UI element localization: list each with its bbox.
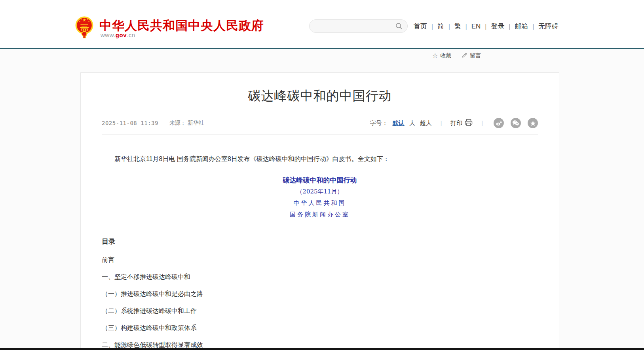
favorite-button[interactable]: ☆ 收藏 bbox=[432, 52, 451, 59]
toc-item-2: 二、能源绿色低碳转型取得显著成效 bbox=[102, 342, 538, 348]
toc-item-1-1: （一）推进碳达峰碳中和是必由之路 bbox=[102, 291, 538, 297]
document-date: （2025年11月） bbox=[102, 186, 538, 197]
meta-divider bbox=[102, 135, 538, 135]
search-box bbox=[309, 19, 408, 33]
toc-item-1: 一、坚定不移推进碳达峰碳中和 bbox=[102, 274, 538, 280]
document-org-line2: 国务院新闻办公室 bbox=[102, 209, 538, 220]
pencil-icon bbox=[462, 52, 467, 59]
nav-traditional[interactable]: 繁 bbox=[450, 22, 465, 31]
favorite-label: 收藏 bbox=[440, 52, 451, 59]
nav-login[interactable]: 登录 bbox=[486, 22, 509, 31]
nav-simplified[interactable]: 简 bbox=[433, 22, 448, 31]
source-label: 来源： bbox=[169, 119, 186, 126]
bottom-strip bbox=[0, 350, 644, 362]
star-icon: ☆ bbox=[432, 53, 438, 59]
wechat-icon[interactable] bbox=[511, 118, 521, 128]
site-url-prefix: www. bbox=[101, 32, 116, 38]
publish-date: 2025-11-08 11:39 bbox=[102, 120, 158, 126]
font-size-label: 字号： bbox=[370, 119, 388, 127]
toc-item-preface: 前言 bbox=[102, 257, 538, 263]
search-icon[interactable] bbox=[395, 22, 403, 30]
article-card: 碳达峰碳中和的中国行动 2025-11-08 11:39 来源： 新华社 字号：… bbox=[80, 72, 559, 348]
site-url-suffix: .cn bbox=[127, 32, 135, 38]
nav-accessibility[interactable]: 无障碍 bbox=[534, 22, 563, 31]
site-url-brand: gov bbox=[116, 32, 127, 38]
document-org-line1: 中华人民共和国 bbox=[102, 197, 538, 209]
national-emblem-icon bbox=[75, 15, 94, 39]
toolbar-separator: | bbox=[477, 120, 487, 126]
top-nav: 首页| 简| 繁| EN| 登录| 邮箱| 无障碍 bbox=[414, 22, 563, 31]
comment-label: 留言 bbox=[470, 52, 481, 59]
document-heading-block: 碳达峰碳中和的中国行动 （2025年11月） 中华人民共和国 国务院新闻办公室 bbox=[102, 174, 538, 220]
nav-mail[interactable]: 邮箱 bbox=[510, 22, 532, 31]
source-value: 新华社 bbox=[188, 119, 204, 126]
nav-home[interactable]: 首页 bbox=[414, 22, 431, 31]
bottom-edge-bar bbox=[0, 348, 644, 350]
toc-item-1-3: （三）构建碳达峰碳中和政策体系 bbox=[102, 325, 538, 331]
toolbar-separator: | bbox=[437, 120, 446, 126]
site-header: 中华人民共和国中央人民政府 www.gov.cn 首页| 简| 繁| EN| 登… bbox=[0, 0, 644, 49]
toc-heading: 目录 bbox=[102, 237, 538, 246]
lead-paragraph: 新华社北京11月8日电 国务院新闻办公室8日发布《碳达峰碳中和的中国行动》白皮书… bbox=[102, 154, 538, 164]
print-button[interactable]: 打印 bbox=[450, 119, 473, 127]
document-title: 碳达峰碳中和的中国行动 bbox=[102, 174, 538, 186]
comment-button[interactable]: 留言 bbox=[462, 52, 481, 59]
site-url: www.gov.cn bbox=[101, 32, 135, 38]
article-meta: 2025-11-08 11:39 来源： 新华社 字号： 默认 大 超大 | 打… bbox=[102, 119, 538, 127]
font-size-xlarge-button[interactable]: 超大 bbox=[420, 119, 432, 127]
weibo-icon[interactable] bbox=[494, 118, 504, 128]
print-label: 打印 bbox=[450, 119, 462, 127]
toc-item-1-2: （二）系统推进碳达峰碳中和工作 bbox=[102, 308, 538, 314]
article-actions: ☆ 收藏 留言 bbox=[432, 52, 481, 59]
font-size-default-button[interactable]: 默认 bbox=[393, 119, 405, 127]
page: 中华人民共和国中央人民政府 www.gov.cn 首页| 简| 繁| EN| 登… bbox=[0, 0, 644, 362]
page-title: 碳达峰碳中和的中国行动 bbox=[102, 87, 538, 104]
font-size-large-button[interactable]: 大 bbox=[409, 119, 415, 127]
share-star-icon[interactable] bbox=[528, 118, 538, 128]
printer-icon bbox=[465, 119, 473, 127]
source: 来源： 新华社 bbox=[169, 119, 204, 127]
nav-english[interactable]: EN bbox=[467, 23, 485, 30]
search-input[interactable] bbox=[316, 23, 395, 29]
meta-toolbar: 字号： 默认 大 超大 | 打印 | bbox=[370, 118, 538, 128]
meta-left: 2025-11-08 11:39 来源： 新华社 bbox=[102, 119, 204, 127]
